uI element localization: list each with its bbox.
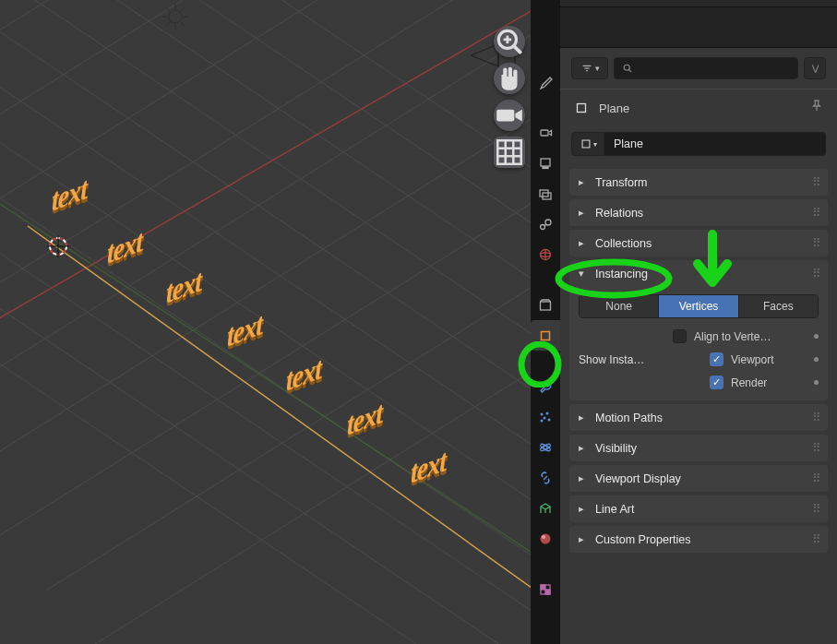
section-label: Instancing [595,268,805,280]
drag-handle-icon[interactable]: ⠿ [812,441,819,455]
tab-collection[interactable] [531,290,560,320]
tab-constraints[interactable] [531,462,560,493]
svg-point-23 [169,10,182,23]
section-label: Line Art [595,503,805,516]
svg-line-16 [46,129,531,590]
filter-dropdown[interactable]: ▾ [571,57,608,79]
section-label: Custom Properties [595,533,805,546]
section-line-art[interactable]: ▸Line Art⠿ [569,495,828,522]
svg-line-9 [0,0,531,424]
section-collections[interactable]: ▸Collections⠿ [569,230,828,256]
svg-line-18 [0,0,508,258]
camera-icon[interactable] [494,100,525,131]
render-label: Render [731,376,795,389]
drag-handle-icon[interactable]: ⠿ [812,532,819,546]
drag-handle-icon[interactable]: ⠿ [812,267,819,280]
keyframe-dot-icon[interactable] [814,380,819,385]
section-label: Motion Paths [595,411,805,424]
properties-search-input[interactable] [614,57,798,79]
viewport-tool-icons [494,26,525,168]
svg-line-13 [0,0,531,424]
svg-line-42 [514,46,520,53]
tab-output[interactable] [531,148,560,178]
section-custom-properties[interactable]: ▸Custom Properties⠿ [569,526,828,553]
svg-line-31 [181,7,185,11]
svg-line-14 [0,18,531,480]
perspective-grid-icon[interactable] [494,137,525,168]
svg-line-80 [629,70,632,73]
section-label: Transform [595,176,805,189]
svg-line-6 [0,240,531,644]
datablock-type-dropdown[interactable]: ▾ [571,132,604,156]
3d-viewport[interactable]: text text text text text text text [0,0,531,644]
svg-line-29 [181,22,185,26]
svg-point-63 [541,412,544,415]
drag-handle-icon[interactable]: ⠿ [812,502,819,516]
svg-point-67 [541,419,544,422]
tab-texture[interactable] [531,574,560,604]
instancing-none-button[interactable]: None [580,295,659,317]
tab-physics[interactable] [531,432,560,462]
drag-handle-icon[interactable]: ⠿ [812,206,819,220]
svg-rect-62 [542,331,550,340]
viewport-label: Viewport [731,353,795,366]
show-instancer-label: Show Insta… [579,353,660,366]
drag-handle-icon[interactable]: ⠿ [812,471,819,485]
instancing-mode-group: None Vertices Faces [579,294,819,318]
svg-line-8 [0,0,531,480]
tab-objectdata[interactable] [531,493,560,523]
svg-line-1 [0,0,531,644]
section-visibility[interactable]: ▸Visibility⠿ [569,435,828,461]
svg-rect-45 [496,110,514,122]
drag-handle-icon[interactable]: ⠿ [812,236,819,250]
show-render-checkbox[interactable]: ✓ [710,376,723,389]
object-name-label: Plane [599,101,800,115]
options-dropdown[interactable]: ⋁ [804,57,826,79]
svg-rect-82 [582,140,590,148]
instancing-vertices-button[interactable]: Vertices [659,295,738,317]
align-to-vertex-checkbox[interactable] [673,329,687,343]
section-transform[interactable]: ▸Transform⠿ [569,169,828,196]
svg-point-79 [624,65,629,70]
svg-point-64 [546,411,549,414]
hand-icon[interactable] [494,63,525,94]
svg-point-71 [541,533,551,543]
drag-handle-icon[interactable]: ⠿ [812,411,819,424]
tab-particles[interactable] [531,401,560,432]
svg-line-19 [0,0,461,203]
section-viewport-display[interactable]: ▸Viewport Display⠿ [569,465,828,492]
keyframe-dot-icon[interactable] [814,334,819,339]
svg-point-56 [541,224,545,229]
svg-line-2 [0,18,531,644]
svg-rect-75 [545,590,550,594]
tab-viewlayer[interactable] [531,178,560,209]
svg-line-0 [0,0,531,590]
tab-object[interactable] [531,320,560,351]
pin-icon[interactable] [809,99,824,117]
tab-modifiers[interactable] [531,371,560,401]
zoom-icon[interactable] [494,26,525,57]
svg-line-22 [28,226,531,590]
section-motion-paths[interactable]: ▸Motion Paths⠿ [569,404,828,431]
3d-cursor-icon [44,233,72,260]
tab-material[interactable] [531,523,560,554]
svg-rect-81 [578,104,586,113]
tab-tool[interactable] [531,66,560,97]
tab-world[interactable] [531,239,560,269]
drag-handle-icon[interactable]: ⠿ [812,175,819,189]
object-icon [573,100,590,116]
section-instancing[interactable]: ▾ Instancing ⠿ [569,260,828,287]
show-viewport-checkbox[interactable]: ✓ [710,352,723,366]
svg-rect-52 [541,159,550,166]
tab-scene[interactable] [531,209,560,239]
instancing-faces-button[interactable]: Faces [739,295,818,317]
search-icon [622,63,633,74]
tab-render[interactable] [531,117,560,148]
outliner-fragment [560,7,837,48]
keyframe-dot-icon[interactable] [814,357,819,362]
properties-tab-strip [531,0,560,644]
svg-line-20 [0,0,531,424]
svg-rect-51 [541,130,548,136]
section-relations[interactable]: ▸Relations⠿ [569,199,828,226]
datablock-name-input[interactable]: Plane [604,132,826,156]
